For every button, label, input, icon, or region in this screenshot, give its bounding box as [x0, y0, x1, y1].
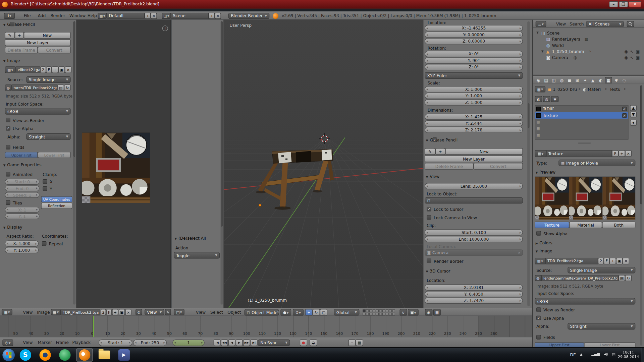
uv-props-scrollbar[interactable] — [73, 21, 75, 305]
tl-menu-frame[interactable]: Frame — [56, 340, 69, 345]
render-engine-dropdown[interactable]: Blender Render▼ — [228, 13, 269, 19]
minimize-button[interactable]: – — [609, 1, 618, 7]
outliner-row-renderlayers[interactable]: ▤ RenderLayers ▦ — [533, 36, 644, 42]
region-expand-icon[interactable]: + — [162, 25, 168, 31]
image-panel-header[interactable]: ▼Image — [3, 58, 20, 63]
orientation-dropdown[interactable]: Global▼ — [334, 309, 360, 316]
eye-icon[interactable]: ◉ — [624, 49, 628, 54]
uv-image-new-button[interactable]: + — [112, 309, 118, 315]
cursor-3d-panel-header[interactable]: ▼3D Cursor — [426, 269, 450, 273]
panel-grip[interactable] — [578, 142, 591, 144]
texture-type-dropdown[interactable]: ▦Image or Movie▼ — [558, 160, 635, 166]
uv-coordinates-button[interactable]: UV Coordinates — [41, 196, 72, 202]
uv-fake-user-button[interactable]: F — [106, 309, 112, 315]
menu-file[interactable]: File — [24, 13, 31, 18]
screen-layout-selector[interactable]: Default — [107, 13, 145, 19]
tray-network-icon[interactable]: ▂▄▆ — [591, 352, 600, 356]
colorspace-dropdown[interactable]: sRGB▼ — [535, 298, 635, 305]
uv-pack-button[interactable]: ▣ — [119, 309, 125, 315]
snap-element-dropdown[interactable]: ▣▼ — [408, 309, 419, 316]
unlink-image-button[interactable]: × — [623, 258, 629, 264]
image-path-field[interactable]: lender\Sammeltexturen\TDR_Prellbock2.tga — [541, 275, 619, 281]
texture-unlink-button[interactable]: × — [625, 150, 632, 157]
tab-particles-icon[interactable]: ✱ — [613, 77, 620, 84]
texture-name-field[interactable]: Texture — [546, 150, 612, 157]
image-browse-button[interactable]: ▦▼ — [5, 66, 16, 73]
expand-icon[interactable]: ▼ — [536, 31, 539, 35]
outliner-row-scene[interactable]: ▼ ◫ Scene — [533, 30, 644, 36]
lock-object-field[interactable]: ◻ — [425, 197, 523, 203]
gp-new-button[interactable]: New — [24, 32, 71, 39]
image-new-button[interactable]: + — [52, 66, 58, 73]
play-button[interactable]: ▶ — [236, 340, 243, 346]
repeat-checkbox[interactable] — [42, 241, 46, 246]
gp-new-layer-button[interactable]: New Layer — [5, 40, 71, 46]
upper-first-button[interactable]: Upper First — [5, 152, 38, 158]
layer-cell-3[interactable] — [369, 309, 372, 312]
jump-to-start-button[interactable]: |◀ — [214, 340, 221, 346]
dim-x-field[interactable]: ◂X: 1.425▸ — [425, 114, 523, 120]
scale-z-field[interactable]: ◂Z: 1.000▸ — [425, 99, 523, 105]
breadcrumb-material[interactable]: Materi — [588, 87, 601, 92]
image-panel-header[interactable]: ▼Image — [536, 249, 552, 253]
layout-add-button[interactable]: + — [145, 13, 151, 19]
close-button[interactable]: ✕ — [629, 1, 641, 7]
manipulator-scale-button[interactable]: ▢ — [320, 309, 327, 316]
cursor-x-field[interactable]: ◂X: 2.0181▸ — [425, 285, 523, 291]
slot-enable-checkbox[interactable]: ✓ — [622, 107, 627, 111]
uv-image-browse-button[interactable]: ▦▼ — [51, 309, 61, 315]
lock-camera-checkbox[interactable] — [427, 215, 431, 220]
editor-type-info-button[interactable]: ℹ▼ — [4, 13, 15, 19]
scene-selector[interactable]: Scene — [171, 13, 209, 19]
preview-panel-header[interactable]: ▼Preview — [536, 170, 555, 174]
properties-scrollbar[interactable] — [640, 85, 642, 346]
manipulator-translate-button[interactable]: + — [305, 309, 313, 316]
lens-field[interactable]: ◂Lens: 35.000▸ — [425, 183, 523, 189]
tab-scene-icon[interactable]: ◫ — [550, 77, 557, 84]
texture-slot-world-icon[interactable]: ◍ — [543, 96, 550, 102]
reflection-button[interactable]: Reflection — [41, 203, 72, 209]
rot-x-field[interactable]: ◂X: 0°▸ — [425, 51, 523, 57]
layer-cell-20[interactable] — [392, 313, 395, 316]
tray-action-center-icon[interactable]: ▤ — [612, 352, 615, 356]
show-desktop-button[interactable] — [642, 348, 644, 362]
editor-type-3d-button[interactable]: ◳▼ — [174, 309, 184, 315]
screen-layout-icon[interactable]: ▦▼ — [98, 13, 107, 19]
pivot-point-dropdown[interactable]: ⊙▼ — [293, 309, 304, 316]
v3d-menu-select[interactable]: Select — [210, 310, 223, 314]
gp-draw-button[interactable]: ✎ — [5, 32, 15, 39]
texture-fake-user-button[interactable]: F — [612, 150, 619, 157]
viewport-3d[interactable]: User Persp (1) 1_0250_brumm — [224, 20, 423, 308]
layer-cell-17[interactable] — [382, 313, 385, 316]
tray-expand-icon[interactable]: ▲ — [580, 353, 583, 356]
tab-modifiers-icon[interactable]: ✦ — [582, 77, 589, 84]
np-gp-delete-frame-button[interactable]: Delete Frame — [425, 163, 474, 170]
select-arrow-icon[interactable]: ↖ — [630, 55, 633, 60]
uv-image-name-field[interactable]: TDR_Prellbock2.tga — [61, 309, 100, 315]
render-toggle-icon[interactable]: ▦ — [584, 37, 588, 41]
render-restrict-icon[interactable]: ▣ — [636, 49, 640, 54]
layout-close-button[interactable]: × — [151, 13, 157, 19]
action-dropdown[interactable]: Toggle▼ — [174, 252, 220, 259]
anim-start-field[interactable]: ◂Start: 0▸ — [5, 179, 40, 185]
layer-cell-4[interactable] — [373, 309, 376, 312]
use-alpha-checkbox[interactable]: ✓ — [536, 316, 541, 320]
texture-context-button[interactable]: ▦▼ — [535, 86, 545, 92]
np-grease-pencil-checkbox[interactable]: ✓ — [432, 137, 437, 142]
layer-cell-10[interactable] — [392, 309, 395, 312]
layer-cell-12[interactable] — [366, 313, 369, 316]
language-indicator[interactable]: DE — [570, 353, 576, 357]
play-reverse-button[interactable]: ◀ — [228, 340, 235, 346]
tray-volume-icon[interactable]: ◀) — [604, 352, 608, 356]
clamp-y-checkbox[interactable] — [43, 186, 47, 191]
fake-user-button[interactable]: F — [46, 66, 52, 73]
anim-speed-field[interactable]: ◂Speed: 1▸ — [5, 192, 40, 198]
layer-cell-7[interactable] — [382, 309, 385, 312]
layer-cell-16[interactable] — [379, 313, 382, 316]
grease-pencil-checkbox[interactable] — [10, 22, 14, 26]
scene-add-button[interactable]: + — [209, 13, 215, 19]
grease-pencil-panel-header[interactable]: ▼Grease Pencil — [3, 22, 35, 26]
np-gp-add-button[interactable]: + — [435, 148, 445, 155]
loc-z-field[interactable]: ◂Z: 0.00000▸ — [425, 38, 523, 44]
snap-toggle-button[interactable]: ∪ — [399, 309, 407, 316]
